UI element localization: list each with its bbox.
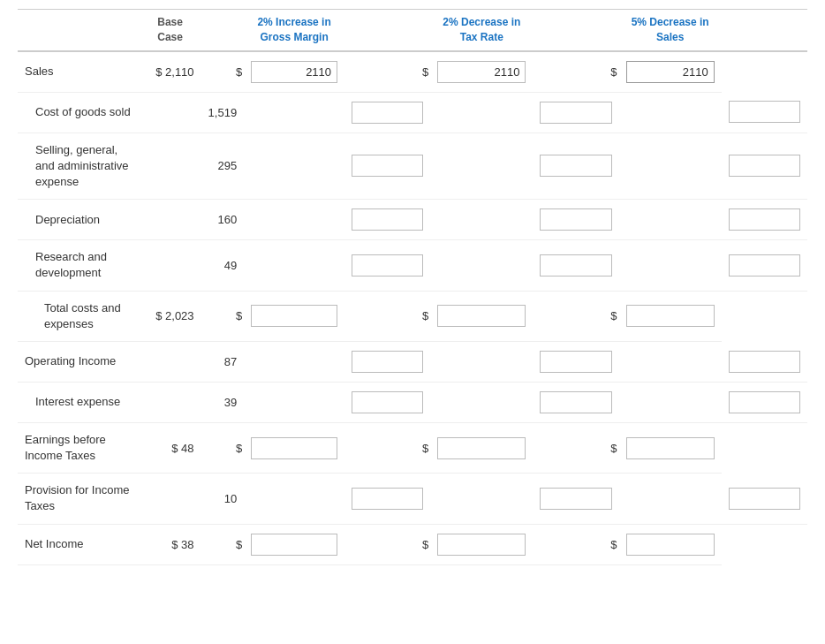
dollar3-operating-income <box>244 341 344 382</box>
dollar3-net-income: $ <box>201 524 245 564</box>
input4-cell-sga <box>533 133 618 200</box>
base-combined-ebit: $ 48 <box>140 422 201 473</box>
input4-rd[interactable] <box>540 254 611 277</box>
base-nodollar-interest-expense: 39 <box>201 382 245 422</box>
input3-ebit[interactable] <box>251 437 337 459</box>
dollar4-total-costs: $ <box>344 291 430 341</box>
dollar3-depreciation <box>244 200 344 240</box>
input5-provision[interactable] <box>729 488 800 510</box>
input4-cell-sales <box>430 51 533 93</box>
label-net-income: Net Income <box>18 524 140 564</box>
table-row: Selling, general, and administrative exp… <box>18 133 807 200</box>
input4-cell-rd <box>533 240 618 291</box>
input3-cell-provision <box>344 474 430 524</box>
input5-cell-ebit <box>619 422 722 473</box>
label-sga: Selling, general, and administrative exp… <box>18 133 140 200</box>
base-dollar-depreciation <box>140 200 201 240</box>
base-nodollar-sga: 295 <box>201 133 245 200</box>
dollar4-rd <box>430 240 533 291</box>
input3-provision[interactable] <box>352 488 423 510</box>
input4-cell-ebit <box>430 422 533 473</box>
dollar3-cogs <box>244 92 344 133</box>
base-nodollar-depreciation: 160 <box>201 200 245 240</box>
input3-interest-expense[interactable] <box>352 391 423 413</box>
input3-cell-net-income <box>244 524 344 564</box>
dollar4-depreciation <box>430 200 533 240</box>
input3-cell-sga <box>344 133 430 200</box>
input5-cell-depreciation <box>722 200 807 240</box>
dollar3-total-costs: $ <box>201 291 245 341</box>
base-nodollar-cogs: 1,519 <box>201 92 245 133</box>
input4-total-costs[interactable] <box>437 305 526 327</box>
input4-sga[interactable] <box>540 155 611 177</box>
input5-cell-sga <box>722 133 807 200</box>
input3-cogs[interactable] <box>352 102 423 124</box>
dollar4-net-income: $ <box>344 524 430 564</box>
input4-cell-total-costs <box>430 291 533 341</box>
base-nodollar-rd: 49 <box>201 240 245 291</box>
input4-net-income[interactable] <box>437 534 526 556</box>
table-row: Operating Income87 <box>18 341 807 382</box>
input3-operating-income[interactable] <box>352 351 423 373</box>
base-combined-net-income: $ 38 <box>140 524 201 564</box>
input5-cogs[interactable] <box>729 101 800 123</box>
input3-depreciation[interactable] <box>352 208 423 231</box>
input5-net-income[interactable] <box>626 534 715 556</box>
input5-operating-income[interactable] <box>729 351 800 373</box>
dollar4-sales: $ <box>344 51 430 93</box>
table-row: Provision for Income Taxes10 <box>18 474 807 524</box>
dollar5-sales: $ <box>533 51 618 93</box>
input4-operating-income[interactable] <box>540 351 611 373</box>
input3-sga[interactable] <box>352 155 423 177</box>
input4-ebit[interactable] <box>437 437 526 459</box>
input4-sales[interactable] <box>437 61 526 83</box>
header-spacer-2 <box>344 10 430 51</box>
dollar3-sga <box>244 133 344 200</box>
label-depreciation: Depreciation <box>18 200 140 240</box>
dollar3-ebit: $ <box>201 422 245 473</box>
label-interest-expense: Interest expense <box>18 382 140 422</box>
input5-cell-provision <box>722 474 807 524</box>
input4-cell-provision <box>533 474 618 524</box>
input5-cell-cogs <box>722 92 807 133</box>
dollar3-rd <box>244 240 344 291</box>
input5-sga[interactable] <box>729 155 800 177</box>
input4-cell-net-income <box>430 524 533 564</box>
input3-cell-ebit <box>244 422 344 473</box>
dollar4-interest-expense <box>430 382 533 422</box>
input5-depreciation[interactable] <box>729 208 800 231</box>
dollar5-total-costs: $ <box>533 291 618 341</box>
input5-ebit[interactable] <box>626 437 715 459</box>
input5-cell-interest-expense <box>722 382 807 422</box>
dollar3-sales: $ <box>201 51 245 93</box>
input5-rd[interactable] <box>729 254 800 277</box>
input3-sales[interactable] <box>251 61 337 83</box>
input3-rd[interactable] <box>352 254 423 277</box>
input4-cogs[interactable] <box>540 102 611 124</box>
input3-cell-depreciation <box>344 200 430 240</box>
input4-depreciation[interactable] <box>540 208 611 231</box>
label-cogs: Cost of goods sold <box>18 92 140 133</box>
header-scenario-tax-rate: 2% Decrease in Tax Rate <box>430 10 533 51</box>
input3-cell-operating-income <box>344 341 430 382</box>
label-sales: Sales <box>18 51 140 93</box>
dollar4-sga <box>430 133 533 200</box>
label-ebit: Earnings before Income Taxes <box>18 422 140 473</box>
table-row: Net Income$ 38$$$ <box>18 524 807 564</box>
input4-provision[interactable] <box>540 488 611 510</box>
input5-total-costs[interactable] <box>626 305 715 327</box>
label-total-costs: Total costs and expenses <box>18 291 140 341</box>
input3-total-costs[interactable] <box>251 305 337 327</box>
input3-cell-cogs <box>344 92 430 133</box>
header-base-case: Base Case <box>140 10 201 51</box>
label-operating-income: Operating Income <box>18 341 140 382</box>
input3-net-income[interactable] <box>251 534 337 556</box>
input5-cell-operating-income <box>722 341 807 382</box>
table-row: Total costs and expenses$ 2,023$$$ <box>18 291 807 341</box>
input5-sales[interactable] <box>626 61 715 83</box>
input5-interest-expense[interactable] <box>729 391 800 413</box>
dollar5-provision <box>619 474 722 524</box>
input4-interest-expense[interactable] <box>540 391 611 413</box>
header-scenario-gross-margin: 2% Increase in Gross Margin <box>244 10 344 51</box>
input3-cell-rd <box>344 240 430 291</box>
